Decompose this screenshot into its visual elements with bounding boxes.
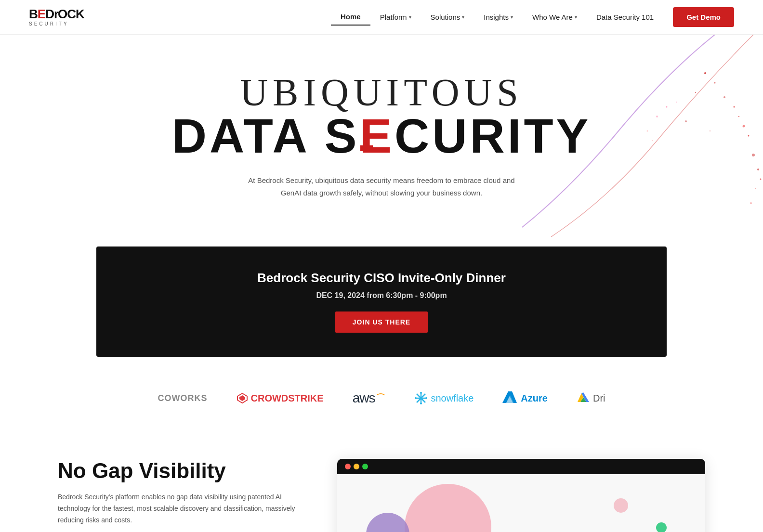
svg-point-34 — [415, 397, 417, 399]
nav-link-solutions[interactable]: Solutions ▾ — [421, 9, 474, 25]
azure-label: Azure — [521, 393, 548, 404]
hero-line2: DATA S E CURITY — [0, 112, 763, 160]
logo-aws: aws ⌒ — [353, 390, 386, 406]
nav-link-data-security[interactable]: Data Security 101 — [587, 9, 663, 25]
bottom-section: No Gap Visibility Bedrock Security's pla… — [0, 430, 763, 532]
logo-azure: Azure — [502, 391, 548, 405]
join-button[interactable]: JOIN US THERE — [335, 311, 428, 333]
event-date: DEC 19, 2024 from 6:30pm - 9:00pm — [116, 291, 647, 300]
nav-link-home[interactable]: Home — [331, 9, 370, 26]
nav-item-who-we-are[interactable]: Who We Are ▾ — [523, 9, 587, 25]
caret-icon: ▾ — [462, 14, 464, 20]
logo-google-drive: Dri — [577, 391, 605, 405]
svg-point-33 — [420, 402, 422, 404]
highlight-char: E — [359, 112, 395, 160]
main-nav: BEDrOCK SECURITY Home Platform ▾ Solutio… — [0, 0, 763, 35]
hero-subtitle: At Bedrock Security, ubiquitous data sec… — [0, 174, 763, 199]
nav-link-insights[interactable]: Insights ▾ — [474, 9, 523, 25]
caret-icon: ▾ — [511, 14, 513, 20]
get-demo-button[interactable]: Get Demo — [673, 7, 734, 27]
svg-marker-26 — [239, 395, 245, 401]
nav-link-platform[interactable]: Platform ▾ — [370, 9, 421, 25]
window-content — [337, 474, 705, 532]
svg-point-16 — [757, 169, 759, 170]
svg-point-35 — [425, 397, 427, 399]
nav-item-platform[interactable]: Platform ▾ — [370, 9, 421, 25]
svg-point-19 — [750, 202, 752, 204]
logos-strip: COWORKS CROWDSTRIKE aws ⌒ snowflake — [0, 366, 763, 430]
svg-point-31 — [420, 397, 422, 400]
logo-crowdstrike: CROWDSTRIKE — [237, 392, 324, 404]
event-banner: Bedrock Security CISO Invite-Only Dinner… — [96, 247, 667, 357]
platform-screenshot — [337, 459, 705, 532]
nav-item-solutions[interactable]: Solutions ▾ — [421, 9, 474, 25]
bottom-left-content: No Gap Visibility Bedrock Security's pla… — [58, 459, 299, 532]
hero-line1: UBIQUITOUS — [0, 73, 763, 112]
logo[interactable]: BEDrOCK SECURITY — [29, 8, 84, 26]
nav-link-who-we-are[interactable]: Who We Are ▾ — [523, 9, 587, 25]
gdrive-label: Dri — [593, 393, 605, 404]
bubble-tiny-pink — [614, 498, 628, 513]
visibility-body: Bedrock Security's platform enables no g… — [58, 492, 299, 526]
bubble-large-pink — [405, 484, 491, 532]
bubble-medium-purple — [366, 513, 409, 532]
bubble-small-green — [656, 522, 667, 532]
hero-title: UBIQUITOUS DATA S E CURITY — [0, 73, 763, 160]
caret-icon: ▾ — [409, 14, 411, 20]
visibility-heading: No Gap Visibility — [58, 459, 299, 483]
window-titlebar — [337, 459, 705, 474]
logo-snowflake: snowflake — [414, 391, 474, 405]
maximize-dot — [362, 464, 368, 469]
nav-item-home[interactable]: Home — [331, 9, 370, 26]
logo-coworks: COWORKS — [158, 393, 208, 403]
minimize-dot — [354, 464, 359, 469]
logo-text: BEDrOCK — [29, 8, 84, 20]
svg-point-32 — [420, 392, 422, 394]
hero-section: ✗ — UBIQUITOUS DATA S E CURITY At Bedroc… — [0, 35, 763, 237]
event-title: Bedrock Security CISO Invite-Only Dinner — [116, 271, 647, 285]
nav-item-data-security[interactable]: Data Security 101 — [587, 9, 663, 25]
close-dot — [345, 464, 351, 469]
crowdstrike-label: CROWDSTRIKE — [251, 393, 324, 404]
logo-sub: SECURITY — [29, 21, 84, 26]
caret-icon: ▾ — [575, 14, 577, 20]
nav-item-insights[interactable]: Insights ▾ — [474, 9, 523, 25]
snowflake-label: snowflake — [431, 393, 474, 404]
nav-links: Home Platform ▾ Solutions ▾ Insights ▾ W… — [331, 9, 663, 26]
